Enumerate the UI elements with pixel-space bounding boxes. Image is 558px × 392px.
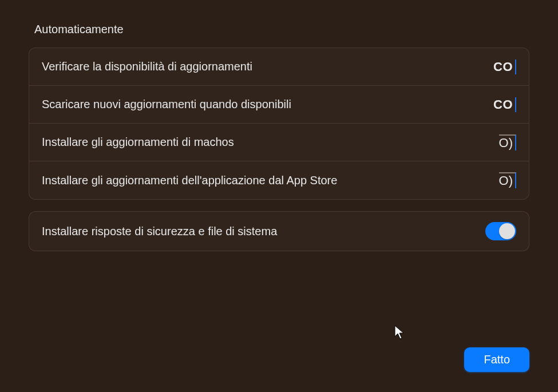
row-label-download-updates: Scaricare nuovi aggiornamenti quando dis…	[42, 98, 493, 111]
footer: Fatto	[464, 347, 529, 372]
toggle-install-appstore[interactable]: O)	[499, 172, 516, 188]
row-check-updates: Verificare la disponibilità di aggiornam…	[29, 48, 529, 86]
row-install-appstore: Installare gli aggiornamenti dell'applic…	[29, 161, 529, 199]
toggle-install-macos[interactable]: O)	[499, 134, 516, 151]
toggle-knob	[499, 223, 515, 239]
row-security-responses: Installare risposte di sicurezza e file …	[29, 212, 529, 251]
row-install-macos: Installare gli aggiornamenti di machos O…	[29, 124, 529, 161]
cursor-icon	[394, 325, 406, 341]
row-label-install-appstore: Installare gli aggiornamenti dell'applic…	[42, 174, 499, 187]
row-label-check-updates: Verificare la disponibilità di aggiornam…	[42, 60, 493, 73]
done-button[interactable]: Fatto	[464, 347, 529, 372]
toggle-security-responses[interactable]	[485, 222, 516, 240]
row-download-updates: Scaricare nuovi aggiornamenti quando dis…	[29, 86, 529, 124]
settings-panel: Automaticamente Verificare la disponibil…	[0, 0, 558, 280]
row-label-security-responses: Installare risposte di sicurezza e file …	[42, 225, 485, 238]
settings-group-auto: Verificare la disponibilità di aggiornam…	[29, 47, 529, 200]
toggle-check-updates[interactable]: CO	[493, 60, 516, 74]
row-label-install-macos: Installare gli aggiornamenti di machos	[42, 136, 499, 149]
settings-group-security: Installare risposte di sicurezza e file …	[29, 211, 529, 251]
toggle-download-updates[interactable]: CO	[493, 97, 516, 112]
section-header: Automaticamente	[29, 23, 529, 36]
